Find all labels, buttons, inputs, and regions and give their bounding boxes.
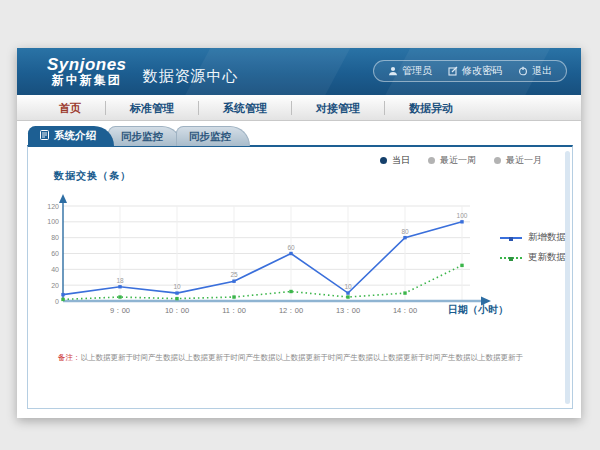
nav-item-standard-mgmt[interactable]: 标准管理 xyxy=(106,101,199,115)
radio-label: 当日 xyxy=(392,154,410,167)
nav-item-interface-mgmt[interactable]: 对接管理 xyxy=(292,101,385,115)
time-range-filter: 当日 最近一周 最近一月 xyxy=(380,154,542,167)
legend-item-update-data[interactable]: 更新数据 xyxy=(500,251,566,264)
logo-english: Synjones xyxy=(47,56,127,74)
data-label: 10 xyxy=(173,283,181,290)
data-point[interactable] xyxy=(403,236,406,239)
data-label: 60 xyxy=(287,244,295,251)
radio-dot-icon xyxy=(380,157,387,164)
data-point[interactable] xyxy=(175,297,178,300)
x-tick-label: 9：00 xyxy=(110,306,130,315)
admin-user-label: 管理员 xyxy=(402,64,432,78)
x-tick-label: 10：00 xyxy=(165,306,189,315)
data-point[interactable] xyxy=(61,293,64,296)
legend-line-solid-icon xyxy=(500,237,522,239)
radio-dot-icon xyxy=(494,157,501,164)
nav-item-data-changes[interactable]: 数据异动 xyxy=(385,101,477,115)
company-logo: Synjones 新中新集团 xyxy=(47,56,127,86)
y-tick-label: 40 xyxy=(51,266,59,273)
data-point[interactable] xyxy=(232,295,235,298)
admin-user-button[interactable]: 管理员 xyxy=(388,64,432,78)
data-label: 25 xyxy=(230,271,238,278)
radio-dot-icon xyxy=(428,157,435,164)
nav-item-system-mgmt[interactable]: 系统管理 xyxy=(199,101,292,115)
logo-chinese: 新中新集团 xyxy=(47,74,127,87)
y-axis-title: 数据交换（条） xyxy=(54,169,131,183)
logout-button[interactable]: 退出 xyxy=(518,64,552,78)
x-tick-label: 12：00 xyxy=(279,306,303,315)
radio-label: 最近一周 xyxy=(440,154,476,167)
radio-last-month[interactable]: 最近一月 xyxy=(494,154,542,167)
main-nav: 首页 标准管理 系统管理 对接管理 数据异动 xyxy=(17,95,581,121)
legend-label: 新增数据 xyxy=(528,231,566,244)
tab-sync-monitor-2[interactable]: 同步监控 xyxy=(176,126,250,146)
y-tick-label: 60 xyxy=(51,250,59,257)
footnote-prefix: 备注： xyxy=(58,353,81,362)
x-tick-label: 14：00 xyxy=(393,306,417,315)
legend-line-dotted-icon xyxy=(500,257,522,259)
data-point[interactable] xyxy=(175,291,178,294)
data-point[interactable] xyxy=(61,298,64,301)
data-label: 100 xyxy=(457,212,468,219)
vertical-scrollbar[interactable] xyxy=(565,151,570,404)
x-tick-label: 13：00 xyxy=(336,306,360,315)
data-point[interactable] xyxy=(346,295,349,298)
line-chart-svg: 0204060801001209：0010：0011：0012：0013：001… xyxy=(34,191,504,329)
app-header: Synjones 新中新集团 数据资源中心 管理员 修改密码 退出 xyxy=(17,48,581,95)
data-point[interactable] xyxy=(403,291,406,294)
radio-last-week[interactable]: 最近一周 xyxy=(428,154,476,167)
legend-label: 更新数据 xyxy=(528,251,566,264)
edit-icon xyxy=(448,66,458,76)
data-point[interactable] xyxy=(289,252,292,255)
data-point[interactable] xyxy=(118,285,121,288)
data-label: 80 xyxy=(401,228,409,235)
radio-label: 最近一月 xyxy=(506,154,542,167)
chart-legend: 新增数据 更新数据 xyxy=(500,231,566,264)
tab-label: 同步监控 xyxy=(189,130,231,144)
tab-label: 系统介绍 xyxy=(54,129,96,143)
tab-sync-monitor-1[interactable]: 同步监控 xyxy=(108,126,182,146)
footnote-text: 以上数据更新于时间产生数据以上数据更新于时间产生数据以上数据更新于时间产生数据以… xyxy=(81,353,524,362)
user-menu: 管理员 修改密码 退出 xyxy=(373,60,567,82)
tab-label: 同步监控 xyxy=(121,130,163,144)
change-password-label: 修改密码 xyxy=(462,64,502,78)
footnote: 备注：以上数据更新于时间产生数据以上数据更新于时间产生数据以上数据更新于时间产生… xyxy=(58,353,523,363)
data-point[interactable] xyxy=(289,290,292,293)
y-tick-label: 120 xyxy=(47,203,59,210)
radio-today[interactable]: 当日 xyxy=(380,154,410,167)
document-icon xyxy=(40,130,49,142)
data-point[interactable] xyxy=(460,264,463,267)
tab-bar: 系统介绍 同步监控 同步监控 xyxy=(28,126,244,146)
y-tick-label: 0 xyxy=(55,298,59,305)
y-tick-label: 100 xyxy=(47,218,59,225)
x-tick-label: 11：00 xyxy=(222,306,246,315)
nav-item-home[interactable]: 首页 xyxy=(35,101,106,115)
y-tick-label: 20 xyxy=(51,282,59,289)
legend-item-new-data[interactable]: 新增数据 xyxy=(500,231,566,244)
app-window: Synjones 新中新集团 数据资源中心 管理员 修改密码 退出 xyxy=(17,48,581,418)
page-title: 数据资源中心 xyxy=(143,67,239,86)
change-password-button[interactable]: 修改密码 xyxy=(448,64,502,78)
line-chart: 0204060801001209：0010：0011：0012：0013：001… xyxy=(34,191,504,329)
data-point[interactable] xyxy=(118,295,121,298)
data-point[interactable] xyxy=(232,280,235,283)
data-point[interactable] xyxy=(346,291,349,294)
y-axis-arrow xyxy=(59,194,67,203)
data-label: 10 xyxy=(344,283,352,290)
y-tick-label: 80 xyxy=(51,234,59,241)
logout-label: 退出 xyxy=(532,64,552,78)
data-point[interactable] xyxy=(460,220,463,223)
user-icon xyxy=(388,66,398,76)
content-panel: 当日 最近一周 最近一月 数据交换（条） 0204060801001209：00… xyxy=(27,145,573,409)
power-icon xyxy=(518,66,528,76)
data-label: 18 xyxy=(116,277,124,284)
x-axis-title: 日期（小时） xyxy=(448,303,508,317)
tab-system-intro[interactable]: 系统介绍 xyxy=(28,126,114,146)
